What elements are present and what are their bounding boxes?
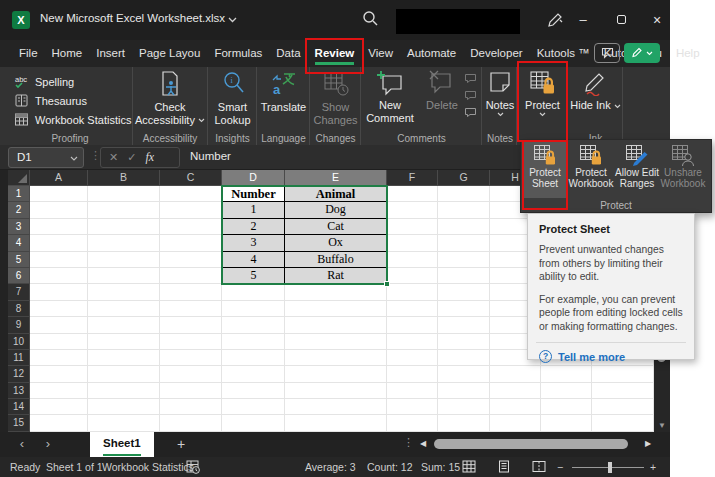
cell[interactable] <box>387 399 438 415</box>
cell[interactable] <box>222 399 285 415</box>
cell[interactable] <box>438 415 490 431</box>
protect-menu-item-protect-workbook[interactable]: ProtectWorkbook <box>568 141 614 198</box>
status-average[interactable]: Average: 3 <box>305 457 356 477</box>
cell[interactable] <box>541 415 592 431</box>
cell[interactable] <box>438 301 490 317</box>
cell[interactable] <box>88 399 160 415</box>
workbook-statistics-button[interactable]: Workbook Statistics <box>14 110 132 129</box>
cell[interactable] <box>160 366 222 382</box>
cell[interactable] <box>285 350 387 366</box>
title-chevron-down-icon[interactable] <box>228 17 237 23</box>
workbook-statistics-status-button[interactable]: Workbook Statistics <box>102 457 194 477</box>
check-accessibility-button[interactable]: Check Accessibility <box>133 70 207 126</box>
cell[interactable] <box>387 252 438 268</box>
cell[interactable] <box>387 366 438 382</box>
cell[interactable] <box>30 235 88 251</box>
cell[interactable] <box>387 219 438 235</box>
previous-sheet-icon[interactable]: ‹ <box>12 432 32 457</box>
cell[interactable] <box>30 399 88 415</box>
cell[interactable] <box>285 334 387 350</box>
cell[interactable] <box>438 235 490 251</box>
cell[interactable] <box>160 317 222 333</box>
page-break-preview-icon[interactable] <box>532 460 546 473</box>
column-header-G[interactable]: G <box>438 170 490 186</box>
tabbar-handle[interactable]: ⋮ <box>403 436 414 449</box>
cell[interactable] <box>387 268 438 284</box>
formula-input[interactable]: Number <box>190 150 231 162</box>
minimize-button[interactable]: – <box>570 8 596 32</box>
cell-D2[interactable]: 1 <box>222 202 285 218</box>
cell[interactable] <box>387 317 438 333</box>
cell[interactable] <box>160 219 222 235</box>
menu-tab-page-layou[interactable]: Page Layou <box>132 40 207 67</box>
cell[interactable] <box>222 366 285 382</box>
cell[interactable] <box>30 268 88 284</box>
cell[interactable] <box>387 284 438 300</box>
cell-D3[interactable]: 2 <box>222 219 285 235</box>
scroll-left-icon[interactable]: ◀ <box>420 439 426 448</box>
horizontal-scrollbar-thumb[interactable] <box>434 439 628 449</box>
cell[interactable] <box>88 383 160 399</box>
column-header-D[interactable]: D <box>222 170 285 186</box>
cell-E4[interactable]: Ox <box>285 235 387 251</box>
selection-fill-handle[interactable] <box>384 281 390 287</box>
row-header-15[interactable]: 15 <box>8 415 30 431</box>
cell[interactable] <box>285 415 387 431</box>
cell[interactable] <box>160 235 222 251</box>
cell-E3[interactable]: Cat <box>285 219 387 235</box>
cell[interactable] <box>88 366 160 382</box>
menu-tab-insert[interactable]: Insert <box>89 40 132 67</box>
cell[interactable] <box>438 366 490 382</box>
menu-tab-formulas[interactable]: Formulas <box>207 40 269 67</box>
zoom-in-button[interactable]: + <box>650 457 656 477</box>
cell[interactable] <box>438 383 490 399</box>
normal-view-icon[interactable] <box>462 460 476 473</box>
tell-me-more-link[interactable]: ? Tell me more <box>539 350 683 363</box>
menu-tab-automate[interactable]: Automate <box>400 40 463 67</box>
cell[interactable] <box>88 284 160 300</box>
cell-E1[interactable]: Animal <box>285 186 387 202</box>
cell[interactable] <box>490 383 541 399</box>
cell[interactable] <box>387 202 438 218</box>
cell-D6[interactable]: 5 <box>222 268 285 284</box>
menu-tab-home[interactable]: Home <box>45 40 90 67</box>
row-header-1[interactable]: 1 <box>8 186 30 202</box>
row-header-4[interactable]: 4 <box>8 235 30 251</box>
select-all-corner[interactable] <box>8 170 30 186</box>
menu-tab-help[interactable]: Help <box>669 40 707 67</box>
cell[interactable] <box>592 383 654 399</box>
smart-lookup-button[interactable]: i Smart Lookup <box>209 70 256 126</box>
cell[interactable] <box>30 186 88 202</box>
cell[interactable] <box>285 366 387 382</box>
cell[interactable] <box>490 415 541 431</box>
cell[interactable] <box>592 415 654 431</box>
cell[interactable] <box>387 301 438 317</box>
cell[interactable] <box>541 383 592 399</box>
cell[interactable] <box>30 301 88 317</box>
menu-tab-review[interactable]: Review <box>308 40 362 67</box>
cell[interactable] <box>30 366 88 382</box>
confirm-entry-icon[interactable]: ✓ <box>127 151 136 164</box>
editing-mode-button[interactable] <box>624 43 660 63</box>
cell[interactable] <box>387 334 438 350</box>
cancel-entry-icon[interactable]: ✕ <box>109 151 118 164</box>
cell[interactable] <box>88 235 160 251</box>
cell[interactable] <box>490 366 541 382</box>
cell-E5[interactable]: Buffalo <box>285 252 387 268</box>
comments-toggle-button[interactable] <box>594 43 620 63</box>
cell[interactable] <box>222 334 285 350</box>
row-header-13[interactable]: 13 <box>8 383 30 399</box>
cell[interactable] <box>438 252 490 268</box>
notes-button[interactable]: Notes <box>484 70 516 117</box>
cell[interactable] <box>30 219 88 235</box>
thesaurus-button[interactable]: Thesaurus <box>14 91 132 110</box>
cell[interactable] <box>438 186 490 202</box>
cell-D4[interactable]: 3 <box>222 235 285 251</box>
column-header-E[interactable]: E <box>285 170 387 186</box>
cell[interactable] <box>88 317 160 333</box>
cell[interactable] <box>438 284 490 300</box>
cell[interactable] <box>387 186 438 202</box>
cell[interactable] <box>160 284 222 300</box>
cell-E6[interactable]: Rat <box>285 268 387 284</box>
cell[interactable] <box>285 301 387 317</box>
